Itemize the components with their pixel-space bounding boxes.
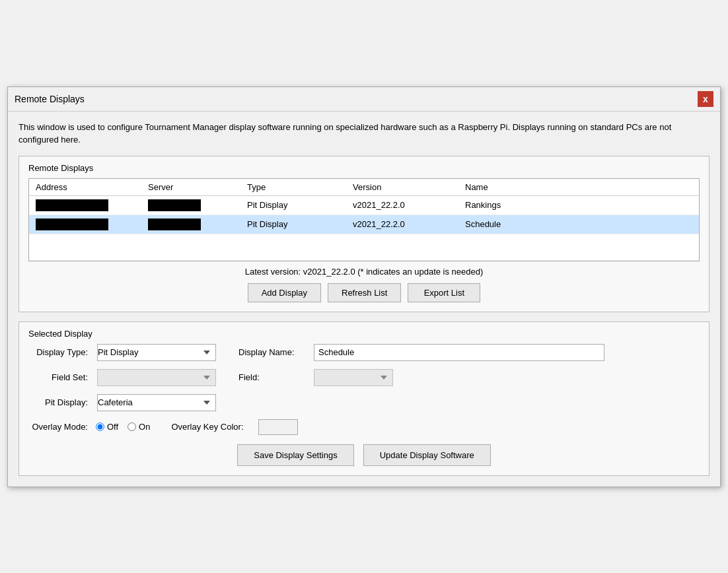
remote-displays-label: Remote Displays — [28, 163, 700, 173]
overlay-off-label: Off — [107, 422, 118, 432]
window-title: Remote Displays — [15, 94, 85, 104]
pit-display-select[interactable]: Cafeteria Pit Area Lobby — [97, 394, 216, 411]
displays-table-container: Address Server Type Version Name Pit Dis… — [28, 178, 700, 261]
refresh-list-button[interactable]: Refresh List — [328, 283, 401, 302]
main-window: Remote Displays x This window is used to… — [7, 86, 721, 487]
field-set-label: Field Set: — [28, 372, 88, 382]
col-header-address: Address — [29, 179, 141, 196]
col-header-type: Type — [240, 179, 346, 196]
title-bar: Remote Displays x — [8, 87, 720, 112]
cell-version: v2021_22.2.0 — [346, 195, 458, 215]
table-header-row: Address Server Type Version Name — [29, 179, 699, 196]
overlay-on-option[interactable]: On — [127, 422, 150, 432]
window-body: This window is used to configure Tournam… — [8, 112, 720, 487]
cell-type: Pit Display — [240, 215, 346, 234]
bottom-buttons-row: Save Display Settings Update Display Sof… — [28, 444, 700, 466]
version-note: Latest version: v2021_22.2.0 (* indicate… — [28, 267, 700, 277]
cell-name: Rankings — [458, 195, 699, 215]
redacted-address-1 — [36, 199, 108, 211]
close-button[interactable]: x — [698, 91, 713, 107]
overlay-on-radio[interactable] — [127, 422, 136, 431]
cell-server — [141, 195, 240, 215]
pit-display-label: Pit Display: — [28, 397, 88, 407]
add-display-button[interactable]: Add Display — [248, 283, 321, 302]
selected-display-section: Selected Display Display Type: Pit Displ… — [18, 321, 710, 476]
overlay-color-box[interactable] — [258, 419, 298, 435]
col-header-version: Version — [346, 179, 458, 196]
form-row-type-name: Display Type: Pit Display Audience Displ… — [28, 344, 700, 361]
table-row[interactable]: Pit Display v2021_22.2.0 Schedule — [29, 215, 699, 234]
cell-type: Pit Display — [240, 195, 346, 215]
overlay-off-option[interactable]: Off — [96, 422, 118, 432]
display-type-label: Display Type: — [28, 347, 88, 357]
field-set-select[interactable] — [97, 369, 216, 386]
form-row-pit-display: Pit Display: Cafeteria Pit Area Lobby — [28, 394, 700, 411]
field-label: Field: — [238, 372, 305, 382]
cell-version: v2021_22.2.0 — [346, 215, 458, 234]
redacted-address-2 — [36, 219, 108, 230]
cell-name: Schedule — [458, 215, 699, 234]
overlay-key-color-label: Overlay Key Color: — [171, 422, 250, 432]
redacted-server-1 — [148, 199, 201, 211]
form-row-overlay: Overlay Mode: Off On Overlay Key Color: — [28, 419, 700, 435]
form-row-fieldset-field: Field Set: Field: — [28, 369, 700, 386]
redacted-server-2 — [148, 219, 201, 230]
cell-address — [29, 215, 141, 234]
display-name-input[interactable] — [314, 344, 604, 361]
overlay-off-radio[interactable] — [96, 422, 104, 431]
col-header-server: Server — [141, 179, 240, 196]
field-select[interactable] — [314, 369, 393, 386]
overlay-on-label: On — [139, 422, 150, 432]
cell-address — [29, 195, 141, 215]
save-display-settings-button[interactable]: Save Display Settings — [237, 444, 353, 466]
overlay-mode-label: Overlay Mode: — [28, 422, 88, 432]
empty-cell — [29, 234, 699, 260]
export-list-button[interactable]: Export List — [408, 283, 480, 302]
update-display-software-button[interactable]: Update Display Software — [363, 444, 491, 466]
table-buttons-row: Add Display Refresh List Export List — [28, 283, 700, 302]
col-header-name: Name — [458, 179, 699, 196]
display-name-label: Display Name: — [238, 347, 305, 357]
overlay-radio-group: Off On — [96, 422, 150, 432]
table-empty-row — [29, 234, 699, 260]
displays-table: Address Server Type Version Name Pit Dis… — [29, 179, 699, 261]
remote-displays-section: Remote Displays Address Server Type Vers… — [18, 156, 710, 312]
cell-server — [141, 215, 240, 234]
table-row[interactable]: Pit Display v2021_22.2.0 Rankings — [29, 195, 699, 215]
display-type-select[interactable]: Pit Display Audience Display Pit Timer — [97, 344, 216, 361]
selected-display-label: Selected Display — [28, 329, 700, 339]
description-text: This window is used to configure Tournam… — [18, 121, 710, 147]
